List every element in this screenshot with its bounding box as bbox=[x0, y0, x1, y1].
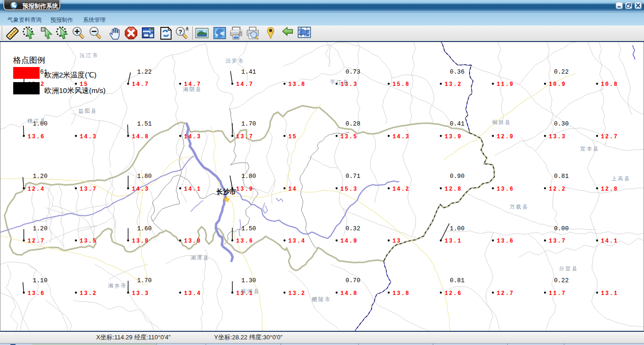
svg-text:13.9: 13.9 bbox=[445, 134, 462, 140]
svg-text:13.8: 13.8 bbox=[132, 238, 149, 244]
svg-text:汨罗市: 汨罗市 bbox=[225, 58, 245, 64]
svg-text:14.8: 14.8 bbox=[340, 290, 358, 297]
svg-text:13.6: 13.6 bbox=[497, 238, 514, 244]
svg-text:分宜县: 分宜县 bbox=[559, 266, 578, 271]
svg-text:13.6: 13.6 bbox=[497, 186, 514, 193]
svg-text:1.41: 1.41 bbox=[241, 68, 256, 76]
svg-text:13.8: 13.8 bbox=[289, 81, 306, 88]
svg-text:15.8: 15.8 bbox=[393, 81, 410, 88]
svg-text:11.7: 11.7 bbox=[549, 290, 566, 297]
svg-text:1.10: 1.10 bbox=[33, 277, 48, 284]
svg-text:平江县: 平江县 bbox=[330, 79, 349, 85]
svg-text:12.9: 12.9 bbox=[497, 134, 514, 140]
svg-text:13.7: 13.7 bbox=[236, 134, 254, 140]
svg-text:12.7: 12.7 bbox=[497, 290, 514, 297]
svg-text:1.80: 1.80 bbox=[137, 173, 152, 180]
svg-text:湘潭县: 湘潭县 bbox=[190, 255, 210, 261]
svg-text:1.70: 1.70 bbox=[137, 277, 152, 284]
svg-text:长沙市: 长沙市 bbox=[216, 188, 236, 195]
svg-text:宜丰县: 宜丰县 bbox=[580, 146, 600, 151]
svg-text:0.22: 0.22 bbox=[554, 68, 569, 76]
svg-text:±: ± bbox=[186, 26, 189, 31]
svg-text:0.73: 0.73 bbox=[346, 68, 360, 76]
svg-text:0.30: 0.30 bbox=[554, 120, 569, 127]
svg-text:14.1: 14.1 bbox=[601, 238, 619, 244]
svg-text:0.36: 0.36 bbox=[450, 68, 464, 76]
svg-text:13.3: 13.3 bbox=[132, 290, 149, 297]
svg-text:14.3: 14.3 bbox=[132, 186, 149, 193]
svg-text:0.81: 0.81 bbox=[450, 277, 464, 284]
svg-text:15.3: 15.3 bbox=[340, 186, 358, 193]
svg-text:14.3: 14.3 bbox=[184, 134, 201, 140]
svg-text:0.81: 0.81 bbox=[554, 173, 569, 180]
svg-text:13.8: 13.8 bbox=[393, 290, 410, 297]
svg-text:湘乡市: 湘乡市 bbox=[108, 283, 127, 288]
svg-text:13.4: 13.4 bbox=[184, 290, 201, 297]
svg-text:株洲县: 株洲县 bbox=[240, 288, 260, 294]
svg-text:12.2: 12.2 bbox=[549, 186, 566, 193]
svg-text:?: ? bbox=[179, 28, 182, 35]
svg-text:13.6: 13.6 bbox=[28, 290, 45, 297]
svg-text:益阳县: 益阳县 bbox=[78, 108, 98, 114]
svg-text:12.7: 12.7 bbox=[601, 134, 619, 140]
svg-text:13.5: 13.5 bbox=[80, 238, 97, 244]
svg-text:欧洲2米温度(℃): 欧洲2米温度(℃) bbox=[44, 71, 97, 79]
svg-text:0.41: 0.41 bbox=[450, 120, 464, 127]
svg-text:15: 15 bbox=[289, 134, 297, 140]
svg-text:1.20: 1.20 bbox=[33, 225, 48, 232]
svg-text:14.7: 14.7 bbox=[132, 81, 149, 88]
svg-text:上高县: 上高县 bbox=[611, 176, 631, 181]
svg-text:欧洲10米风速(m/s): 欧洲10米风速(m/s) bbox=[44, 86, 106, 94]
svg-text:13.2: 13.2 bbox=[80, 290, 97, 297]
svg-text:13: 13 bbox=[393, 238, 401, 244]
svg-text:0.00: 0.00 bbox=[554, 225, 569, 232]
svg-text:12.8: 12.8 bbox=[445, 186, 462, 193]
svg-text:桃江县: 桃江县 bbox=[27, 118, 47, 124]
svg-text:1.00: 1.00 bbox=[450, 225, 464, 232]
svg-text:1.51: 1.51 bbox=[137, 120, 152, 127]
svg-text:1.60: 1.60 bbox=[137, 225, 152, 232]
svg-text:1.50: 1.50 bbox=[241, 225, 256, 232]
svg-text:格点图例: 格点图例 bbox=[13, 56, 45, 65]
svg-text:0.90: 0.90 bbox=[450, 173, 464, 180]
svg-text:0.70: 0.70 bbox=[346, 277, 360, 284]
svg-text:13.5: 13.5 bbox=[340, 134, 358, 140]
svg-text:万载县: 万载县 bbox=[510, 204, 529, 210]
svg-text:1.22: 1.22 bbox=[137, 68, 152, 76]
svg-text:10.8: 10.8 bbox=[601, 81, 619, 88]
svg-text:13.1: 13.1 bbox=[445, 238, 462, 244]
svg-text:1.70: 1.70 bbox=[241, 120, 256, 127]
svg-text:14.8: 14.8 bbox=[132, 134, 149, 140]
svg-text:12.4: 12.4 bbox=[28, 186, 45, 193]
svg-text:13.9: 13.9 bbox=[236, 186, 254, 193]
svg-text:14.2: 14.2 bbox=[393, 186, 410, 193]
svg-text:14.7: 14.7 bbox=[236, 81, 254, 88]
svg-text:13.8: 13.8 bbox=[184, 238, 201, 244]
svg-text:0.71: 0.71 bbox=[346, 173, 360, 180]
svg-text:1.80: 1.80 bbox=[241, 173, 256, 180]
svg-text:1.30: 1.30 bbox=[241, 277, 256, 284]
svg-text:14.3: 14.3 bbox=[393, 134, 410, 140]
svg-text:13.4: 13.4 bbox=[289, 238, 306, 244]
svg-text:12.8: 12.8 bbox=[601, 186, 619, 193]
svg-text:沅江市: 沅江市 bbox=[80, 52, 99, 58]
svg-text:13.6: 13.6 bbox=[236, 238, 254, 244]
svg-text:0.22: 0.22 bbox=[554, 277, 569, 284]
svg-text:10.9: 10.9 bbox=[549, 81, 566, 88]
svg-text:13.6: 13.6 bbox=[28, 134, 45, 140]
svg-text:13.7: 13.7 bbox=[549, 238, 566, 244]
svg-text:13.3: 13.3 bbox=[549, 134, 566, 140]
svg-text:0.28: 0.28 bbox=[346, 120, 360, 127]
svg-text:11.9: 11.9 bbox=[497, 81, 514, 88]
svg-text:14.3: 14.3 bbox=[80, 134, 97, 140]
svg-text:12.6: 12.6 bbox=[445, 290, 462, 297]
svg-text:醴陵市: 醴陵市 bbox=[312, 296, 331, 302]
svg-text:14: 14 bbox=[289, 186, 297, 193]
svg-text:13.1: 13.1 bbox=[601, 290, 619, 297]
svg-text:13.2: 13.2 bbox=[289, 290, 306, 297]
svg-text:14.1: 14.1 bbox=[184, 186, 201, 193]
svg-text:14.9: 14.9 bbox=[340, 238, 358, 244]
svg-text:湘阴县: 湘阴县 bbox=[183, 86, 202, 92]
svg-text:0.32: 0.32 bbox=[346, 225, 360, 232]
svg-text:13.7: 13.7 bbox=[80, 186, 97, 193]
